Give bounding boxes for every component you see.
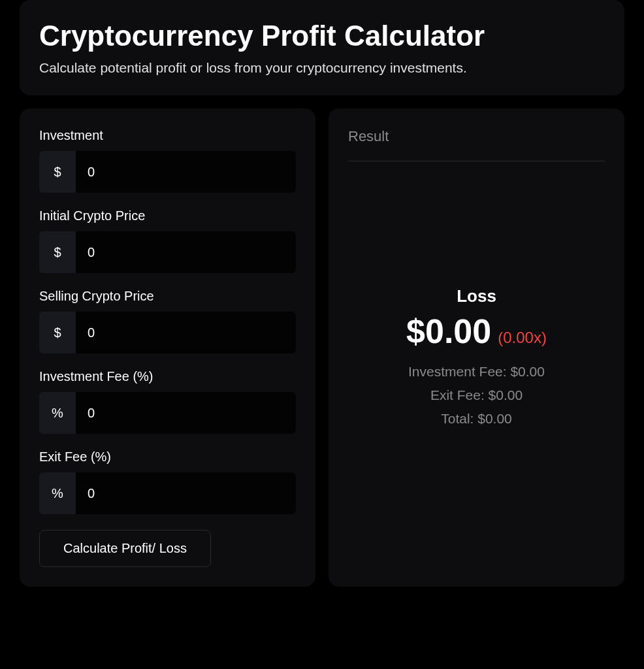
selling-price-input[interactable] (76, 312, 296, 353)
result-amount: $0.00 (406, 312, 491, 351)
dollar-icon: $ (39, 151, 76, 193)
dollar-icon: $ (39, 312, 76, 353)
selling-price-input-wrap: $ (39, 312, 296, 353)
percent-icon: % (39, 392, 76, 434)
investment-fee-input[interactable] (76, 392, 296, 434)
initial-price-label: Initial Crypto Price (39, 208, 296, 223)
exit-fee-input[interactable] (76, 472, 296, 514)
initial-price-input-wrap: $ (39, 231, 296, 273)
result-total-line: Total: $0.00 (441, 411, 512, 427)
result-status-label: Loss (457, 286, 496, 306)
investment-label: Investment (39, 128, 296, 143)
result-amount-line: $0.00 (0.00x) (406, 312, 547, 351)
initial-price-group: Initial Crypto Price $ (39, 208, 296, 273)
result-investment-fee-line: Investment Fee: $0.00 (408, 364, 545, 380)
investment-fee-label: Investment Fee (%) (39, 369, 296, 384)
input-card: Investment $ Initial Crypto Price $ Sell… (20, 108, 315, 587)
investment-input-wrap: $ (39, 151, 296, 193)
exit-fee-input-wrap: % (39, 472, 296, 514)
selling-price-label: Selling Crypto Price (39, 289, 296, 304)
initial-price-input[interactable] (76, 231, 296, 273)
dollar-icon: $ (39, 231, 76, 273)
percent-icon: % (39, 472, 76, 514)
page-subtitle: Calculate potential profit or loss from … (39, 60, 605, 76)
exit-fee-label: Exit Fee (%) (39, 449, 296, 465)
main-grid: Investment $ Initial Crypto Price $ Sell… (20, 108, 624, 587)
result-multiplier: (0.00x) (498, 329, 547, 347)
selling-price-group: Selling Crypto Price $ (39, 289, 296, 353)
investment-input[interactable] (76, 151, 296, 193)
result-heading: Result (348, 128, 605, 161)
investment-fee-input-wrap: % (39, 392, 296, 434)
investment-fee-group: Investment Fee (%) % (39, 369, 296, 434)
page-title: Cryptocurrency Profit Calculator (39, 20, 605, 52)
result-body: Loss $0.00 (0.00x) Investment Fee: $0.00… (348, 177, 605, 543)
result-exit-fee-line: Exit Fee: $0.00 (430, 387, 523, 403)
header-card: Cryptocurrency Profit Calculator Calcula… (20, 0, 624, 95)
investment-group: Investment $ (39, 128, 296, 193)
exit-fee-group: Exit Fee (%) % (39, 449, 296, 514)
calculate-button[interactable]: Calculate Profit/ Loss (39, 530, 211, 567)
result-card: Result Loss $0.00 (0.00x) Investment Fee… (329, 108, 624, 587)
